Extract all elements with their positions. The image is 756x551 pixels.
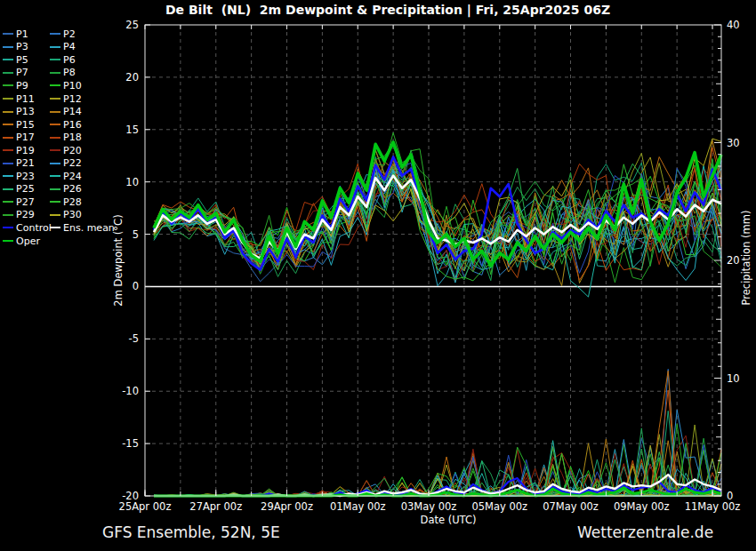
x-tick-label: 11May 00z — [685, 500, 741, 513]
y-left-tick-label: 0 — [133, 280, 139, 292]
x-tick-label: 01May 00z — [330, 500, 386, 513]
y-left-tick-label: 20 — [125, 71, 139, 84]
x-axis-title: Date (UTC) — [395, 514, 502, 526]
y-left-tick-label: 15 — [125, 124, 139, 136]
x-tick-label: 25Apr 00z — [119, 500, 172, 513]
left-axis-title: 2m Dewpoint (°C) — [112, 214, 125, 306]
y-left-tick-label: 10 — [125, 176, 139, 188]
x-tick-label: 27Apr 00z — [189, 500, 242, 513]
y-right-tick-label: 10 — [727, 372, 740, 385]
y-left-tick-label: -5 — [129, 332, 139, 345]
model-info: GFS Ensemble, 52N, 5E — [102, 523, 280, 541]
y-left-tick-label: -15 — [122, 437, 139, 450]
y-left-tick-label: -20 — [122, 490, 139, 502]
y-left-tick-label: -10 — [122, 385, 139, 397]
y-right-tick-label: 40 — [727, 19, 740, 31]
x-tick-label: 03May 00z — [401, 500, 457, 513]
watermark: Wetterzentrale.de — [577, 523, 713, 541]
x-tick-label: 29Apr 00z — [261, 500, 313, 513]
y-right-tick-label: 0 — [727, 490, 733, 502]
ensemble-meteogram: De Bilt (NL) 2m Dewpoint & Precipitation… — [0, 0, 756, 551]
axis-tick-labels: 25Apr 00z27Apr 00z29Apr 00z01May 00z03Ma… — [119, 19, 741, 513]
right-axis-title: Precipitation (mm) — [740, 211, 752, 306]
x-tick-label: 09May 00z — [614, 500, 670, 513]
y-right-tick-label: 20 — [727, 254, 740, 267]
ensemble-member-precip-lines — [154, 369, 721, 496]
x-tick-label: 05May 00z — [471, 500, 527, 513]
y-right-tick-label: 30 — [727, 137, 740, 149]
y-left-tick-label: 5 — [133, 228, 139, 241]
y-left-tick-label: 25 — [125, 19, 139, 31]
x-tick-label: 07May 00z — [543, 500, 599, 513]
